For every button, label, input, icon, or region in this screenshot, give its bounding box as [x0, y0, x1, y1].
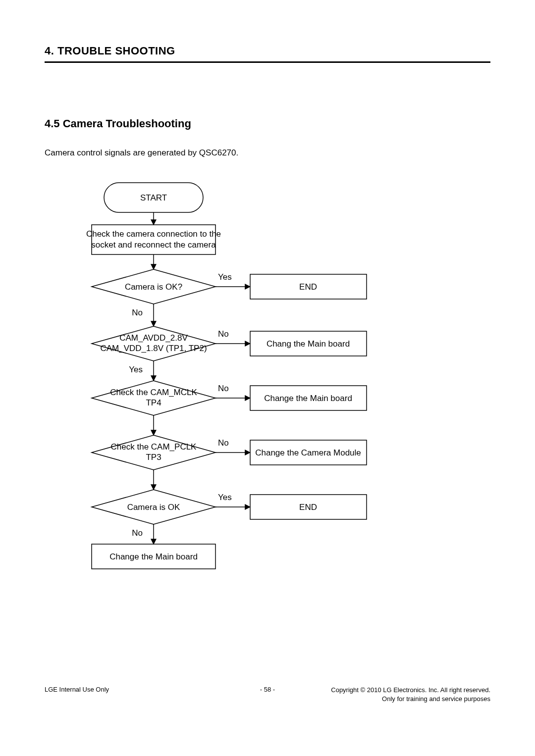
mclk-l2: TP4 [146, 398, 161, 407]
pclk-l2: TP3 [146, 453, 161, 462]
node-start: START [104, 183, 203, 212]
node-change-main-2: Change the Main board [92, 544, 215, 569]
end-1-label: END [299, 282, 317, 292]
check-connection-l2: socket and reconnect the camera [91, 240, 216, 250]
camera-ok-label: Camera is OK [127, 503, 180, 512]
change-main-2-label: Change the Main board [109, 552, 198, 561]
node-camera-ok-q: Camera is OK? [92, 269, 215, 304]
divider [45, 61, 490, 63]
node-check-connection: Check the camera connection to the socke… [86, 225, 221, 254]
node-camera-ok: Camera is OK [92, 490, 215, 524]
intro-text: Camera control signals are generated by … [45, 148, 490, 158]
check-connection-l1: Check the camera connection to the [86, 229, 221, 239]
avdd-l2: CAM_VDD_1.8V (TP1, TP2) [100, 344, 207, 353]
no-label: No [132, 308, 143, 317]
section-title: 4.5 Camera Troubleshooting [45, 117, 490, 130]
node-chang-main: Chang the Main board [250, 331, 367, 356]
start-label: START [140, 193, 167, 202]
chapter-title: 4. TROUBLE SHOOTING [45, 45, 490, 57]
change-cam-module-label: Change the Camera Module [255, 448, 361, 457]
flowchart: START Check the camera connection to the… [45, 178, 421, 579]
node-end-1: END [250, 274, 367, 299]
change-main-1-label: Change the Main board [264, 394, 352, 403]
chang-main-label: Chang the Main board [267, 339, 350, 349]
no-label: No [132, 528, 143, 538]
mclk-l1: Check the CAM_MCLK [110, 388, 197, 397]
node-change-main-1: Change the Main board [250, 386, 367, 410]
node-pclk: Check the CAM_PCLK TP3 [92, 435, 215, 470]
node-avdd: CAM_AVDD_2.8V CAM_VDD_1.8V (TP1, TP2) [92, 326, 215, 361]
avdd-l1: CAM_AVDD_2.8V [119, 333, 188, 343]
node-end-2: END [250, 495, 367, 519]
footer-purpose: Only for training and service purposes [382, 695, 490, 703]
yes-label: Yes [218, 493, 232, 502]
yes-label: Yes [129, 365, 143, 374]
no-label: No [218, 438, 229, 448]
footer-copyright: Copyright © 2010 LG Electronics. Inc. Al… [331, 686, 490, 694]
node-mclk: Check the CAM_MCLK TP4 [92, 381, 215, 415]
yes-label: Yes [218, 272, 232, 282]
end-2-label: END [299, 503, 317, 512]
no-label: No [218, 329, 229, 339]
no-label: No [218, 384, 229, 393]
pclk-l1: Check the CAM_PCLK [111, 442, 197, 452]
camera-ok-q-label: Camera is OK? [125, 282, 182, 292]
node-change-cam-module: Change the Camera Module [250, 440, 367, 465]
